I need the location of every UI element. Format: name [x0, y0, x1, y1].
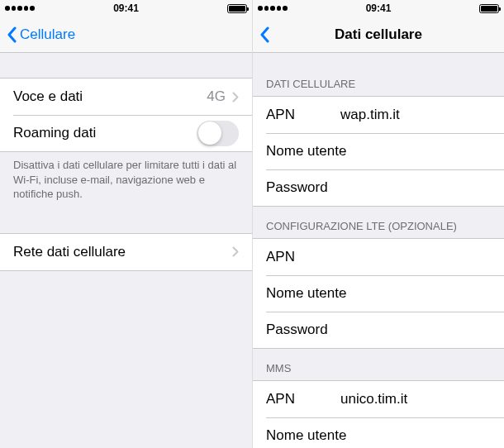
cell-label: Rete dati cellulare: [13, 244, 126, 260]
row-voice-data[interactable]: Voce e dati 4G: [0, 79, 252, 115]
roaming-toggle[interactable]: [197, 121, 239, 146]
row-cellular-network[interactable]: Rete dati cellulare: [0, 234, 252, 270]
status-right: [479, 4, 499, 13]
chevron-right-icon: [232, 246, 239, 257]
status-time: 09:41: [253, 2, 504, 14]
row-apn[interactable]: APN unico.tim.it: [253, 381, 504, 417]
status-bar: 09:41: [0, 0, 252, 17]
back-button[interactable]: [259, 26, 273, 43]
cell-label: Voce e dati: [13, 88, 96, 105]
group-cellular-data: APN wap.tim.it Nome utente Password: [253, 96, 504, 207]
cell-label: Nome utente: [266, 285, 349, 302]
row-password[interactable]: Password: [253, 169, 504, 206]
cell-value: 4G: [96, 88, 232, 105]
cell-label: APN: [266, 391, 324, 407]
row-password[interactable]: Password: [253, 312, 504, 348]
status-right: [227, 4, 247, 13]
nav-title: Dati cellulare: [253, 26, 504, 43]
row-username[interactable]: Nome utente: [253, 275, 504, 312]
group-lte: APN Nome utente Password: [253, 238, 504, 349]
content: DATI CELLULARE APN wap.tim.it Nome utent…: [253, 53, 504, 448]
section-header-cellular: DATI CELLULARE: [253, 53, 504, 96]
back-label: Cellulare: [20, 26, 75, 43]
status-left: [258, 6, 288, 11]
content: Voce e dati 4G Roaming dati Disattiva i …: [0, 53, 252, 448]
status-left: [5, 6, 35, 11]
status-time: 09:41: [0, 2, 252, 14]
nav-bar: Dati cellulare: [253, 17, 504, 53]
section-header-lte: CONFIGURAZIONE LTE (OPZIONALE): [253, 207, 504, 238]
toggle-knob: [198, 122, 221, 145]
screen-cellular: 09:41 Cellulare Voce e dati 4G Roaming d: [0, 0, 252, 448]
cell-label: Nome utente: [266, 427, 349, 444]
signal-icon: [5, 6, 35, 11]
signal-icon: [258, 6, 288, 11]
status-bar: 09:41: [253, 0, 504, 17]
chevron-left-icon: [259, 26, 269, 43]
nav-bar: Cellulare: [0, 17, 252, 53]
cell-label: Roaming dati: [13, 125, 96, 141]
row-roaming: Roaming dati: [0, 115, 252, 151]
screen-cellular-data: 09:41 Dati cellulare DATI CELLULARE APN …: [252, 0, 504, 448]
group-voice-roaming: Voce e dati 4G Roaming dati: [0, 78, 252, 152]
apn-value[interactable]: wap.tim.it: [324, 107, 491, 123]
row-username[interactable]: Nome utente: [253, 417, 504, 448]
chevron-right-icon: [232, 92, 239, 102]
group-footer: Disattiva i dati cellulare per limitare …: [0, 152, 252, 208]
cell-label: APN: [266, 107, 324, 123]
group-mms: APN unico.tim.it Nome utente Password MM…: [253, 380, 504, 448]
group-network: Rete dati cellulare: [0, 233, 252, 271]
chevron-left-icon: [7, 26, 17, 43]
section-header-mms: MMS: [253, 349, 504, 380]
cell-label: Password: [266, 322, 349, 338]
apn-value[interactable]: unico.tim.it: [324, 391, 491, 407]
cell-label: Nome utente: [266, 143, 349, 160]
battery-icon: [479, 4, 499, 13]
row-username[interactable]: Nome utente: [253, 133, 504, 169]
cell-label: APN: [266, 249, 324, 265]
battery-icon: [227, 4, 247, 13]
row-apn[interactable]: APN wap.tim.it: [253, 97, 504, 133]
back-button[interactable]: Cellulare: [7, 26, 75, 43]
cell-label: Password: [266, 179, 349, 196]
row-apn[interactable]: APN: [253, 239, 504, 275]
